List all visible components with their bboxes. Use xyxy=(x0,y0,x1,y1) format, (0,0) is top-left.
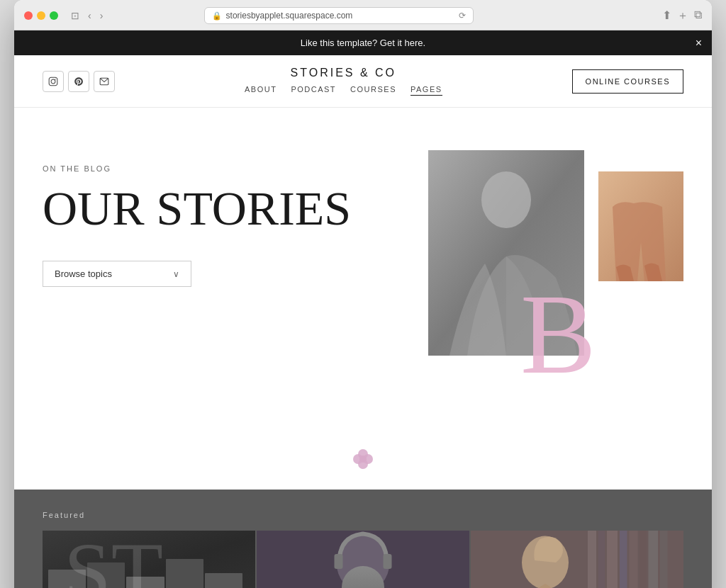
traffic-lights xyxy=(24,11,58,20)
sidebar-toggle[interactable]: ⊡ xyxy=(68,9,82,22)
featured-item-1[interactable]: ST xyxy=(43,531,255,588)
browse-label: Browse topics xyxy=(55,268,112,279)
site-content: Like this template? Get it here. × xyxy=(14,30,712,588)
nav-pages[interactable]: PAGES xyxy=(411,84,442,96)
online-courses-button[interactable]: ONLINE COURSES xyxy=(572,69,683,94)
header-social xyxy=(43,71,115,92)
svg-point-13 xyxy=(359,456,367,463)
notification-banner: Like this template? Get it here. × xyxy=(14,30,712,55)
browser-window: ⊡ ‹ › 🔒 storiesbyapplet.squarespace.com … xyxy=(14,0,712,588)
svg-rect-21 xyxy=(607,531,618,588)
chevron-down-icon: ∨ xyxy=(173,269,179,279)
svg-point-1 xyxy=(51,79,55,84)
svg-rect-17 xyxy=(384,554,392,569)
svg-rect-26 xyxy=(660,531,668,588)
minimize-button[interactable] xyxy=(37,11,45,20)
hero-section: ON THE BLOG OUR STORIES Browse topics ∨ xyxy=(14,108,712,434)
hero-main-image xyxy=(428,150,584,356)
svg-point-2 xyxy=(55,79,56,79)
back-button[interactable]: ‹ xyxy=(85,9,94,22)
tabs-icon[interactable]: ⧉ xyxy=(694,9,702,23)
svg-rect-0 xyxy=(49,77,57,86)
hero-title: OUR STORIES xyxy=(43,184,428,232)
featured-grid: ST xyxy=(43,531,683,588)
featured-item-2[interactable] xyxy=(257,531,469,588)
lock-icon: 🔒 xyxy=(212,11,222,21)
browse-topics-dropdown[interactable]: Browse topics ∨ xyxy=(43,261,191,287)
share-icon[interactable]: ⬆ xyxy=(662,9,671,23)
url-text: storiesbyapplet.squarespace.com xyxy=(226,11,353,21)
svg-point-6 xyxy=(481,171,531,228)
browser-controls: ⊡ ‹ › xyxy=(68,9,106,22)
nav-courses[interactable]: COURSES xyxy=(350,84,396,96)
site-title: STORIES & CO xyxy=(115,67,572,79)
featured-item-3[interactable] xyxy=(471,531,683,588)
featured-label: Featured xyxy=(43,511,683,519)
header-center: STORIES & CO ABOUT PODCAST COURSES PAGES xyxy=(115,67,572,96)
svg-rect-24 xyxy=(640,531,647,588)
bottom-big-letter: ST xyxy=(64,531,163,588)
email-button[interactable] xyxy=(94,71,115,92)
nav-about[interactable]: ABOUT xyxy=(245,84,277,96)
bottom-section: Featured ST xyxy=(14,490,712,588)
svg-rect-22 xyxy=(620,531,627,588)
nav-podcast[interactable]: PODCAST xyxy=(291,84,336,96)
hero-eyebrow: ON THE BLOG xyxy=(43,164,428,173)
forward-button[interactable]: › xyxy=(97,9,106,22)
hero-left: ON THE BLOG OUR STORIES Browse topics ∨ xyxy=(43,150,428,287)
pinterest-button[interactable] xyxy=(68,71,89,92)
banner-text: Like this template? Get it here. xyxy=(301,38,425,48)
site-header: STORIES & CO ABOUT PODCAST COURSES PAGES… xyxy=(14,55,712,108)
clover-icon xyxy=(352,448,374,475)
svg-rect-25 xyxy=(649,531,659,588)
hero-images: B xyxy=(428,150,683,377)
section-divider xyxy=(14,434,712,490)
address-bar[interactable]: 🔒 storiesbyapplet.squarespace.com ⟳ xyxy=(204,7,474,24)
banner-close-button[interactable]: × xyxy=(696,38,702,49)
svg-rect-16 xyxy=(335,554,343,569)
svg-rect-20 xyxy=(598,531,605,588)
svg-rect-19 xyxy=(588,531,596,588)
browser-chrome: ⊡ ‹ › 🔒 storiesbyapplet.squarespace.com … xyxy=(14,0,712,30)
instagram-button[interactable] xyxy=(43,71,64,92)
hero-secondary-image xyxy=(598,171,683,281)
browser-actions: ⬆ ＋ ⧉ xyxy=(662,9,702,23)
new-tab-icon[interactable]: ＋ xyxy=(677,9,688,23)
maximize-button[interactable] xyxy=(50,11,58,20)
svg-rect-23 xyxy=(630,531,638,588)
close-button[interactable] xyxy=(24,11,33,20)
reload-icon[interactable]: ⟳ xyxy=(459,11,466,21)
site-nav: ABOUT PODCAST COURSES PAGES xyxy=(115,84,572,96)
